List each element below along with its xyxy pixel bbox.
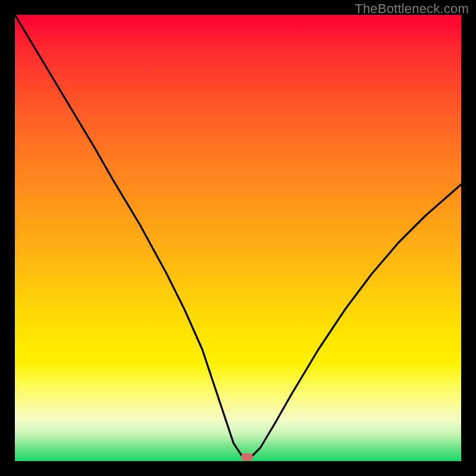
watermark-text: TheBottleneck.com xyxy=(355,1,469,17)
optimal-point-marker xyxy=(241,453,253,461)
plot-area xyxy=(15,15,461,461)
bottleneck-curve xyxy=(15,15,461,461)
chart-frame: TheBottleneck.com xyxy=(0,0,476,476)
